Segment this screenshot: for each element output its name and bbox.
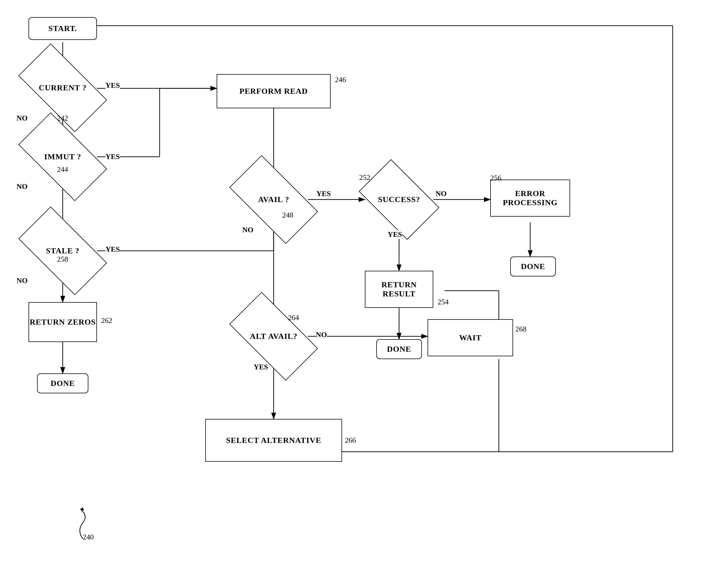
return-zeros-node: RETURN ZEROS bbox=[28, 302, 97, 342]
current-yes-label: YES bbox=[105, 81, 120, 90]
figure-arrow bbox=[66, 507, 100, 542]
avail-yes-label: YES bbox=[316, 189, 331, 198]
wait-label: WAIT bbox=[459, 333, 482, 342]
return-result-label: RETURN RESULT bbox=[365, 280, 433, 298]
success-diamond: SUCCESS? bbox=[365, 177, 433, 222]
done2-label: DONE bbox=[387, 345, 411, 354]
success-label: SUCCESS? bbox=[378, 195, 420, 204]
start-label: START. bbox=[48, 24, 77, 33]
alt-avail-diamond: ALT AVAIL? bbox=[234, 314, 314, 359]
return-zeros-label: RETURN ZEROS bbox=[30, 317, 96, 326]
current-label: CURRENT ? bbox=[39, 83, 87, 93]
stale-no-label: NO bbox=[17, 277, 28, 285]
immut-label: IMMUT ? bbox=[44, 152, 81, 161]
alt-avail-no-label: NO bbox=[316, 331, 327, 339]
done1-label: DONE bbox=[51, 379, 75, 388]
ref-244: 244 bbox=[57, 165, 68, 174]
diagram-container: START. CURRENT ? YES NO 242 IMMUT ? YES … bbox=[0, 0, 728, 578]
alt-avail-yes-label: YES bbox=[254, 363, 268, 371]
ref-268: 268 bbox=[515, 325, 526, 334]
success-yes-label: YES bbox=[388, 230, 402, 239]
success-no-label: NO bbox=[436, 189, 447, 198]
return-result-node: RETURN RESULT bbox=[365, 271, 433, 308]
ref-256: 256 bbox=[490, 174, 501, 182]
select-alternative-label: SELECT ALTERNATIVE bbox=[226, 436, 321, 445]
perform-read-node: PERFORM READ bbox=[217, 74, 331, 108]
ref-248: 248 bbox=[282, 211, 293, 219]
alt-avail-label: ALT AVAIL? bbox=[250, 332, 297, 341]
start-node: START. bbox=[28, 17, 97, 40]
immut-no-label: NO bbox=[17, 182, 28, 191]
error-processing-node: ERROR PROCESSING bbox=[490, 180, 570, 217]
error-processing-label: ERROR PROCESSING bbox=[491, 189, 570, 207]
avail-label: AVAIL ? bbox=[258, 195, 289, 204]
stale-diamond: STALE ? bbox=[23, 228, 103, 273]
done1-node: DONE bbox=[37, 373, 88, 393]
avail-diamond: AVAIL ? bbox=[234, 177, 314, 222]
stale-label: STALE ? bbox=[46, 246, 80, 255]
current-no-label: NO bbox=[17, 114, 28, 123]
avail-no-label: NO bbox=[242, 226, 253, 234]
current-diamond: CURRENT ? bbox=[23, 65, 103, 111]
done3-label: DONE bbox=[521, 262, 545, 271]
ref-246: 246 bbox=[335, 76, 346, 84]
ref-264: 264 bbox=[288, 314, 299, 322]
ref-254: 254 bbox=[438, 298, 449, 306]
stale-yes-label: YES bbox=[105, 245, 120, 254]
immut-yes-label: YES bbox=[105, 153, 120, 161]
ref-258: 258 bbox=[57, 255, 68, 264]
done3-node: DONE bbox=[510, 257, 556, 277]
svg-marker-29 bbox=[80, 507, 84, 511]
select-alternative-node: SELECT ALTERNATIVE bbox=[205, 419, 342, 462]
ref-252: 252 bbox=[359, 173, 370, 182]
ref-266: 266 bbox=[345, 436, 356, 445]
wait-node: WAIT bbox=[427, 319, 513, 356]
done2-node: DONE bbox=[376, 339, 422, 359]
ref-262: 262 bbox=[101, 316, 112, 325]
perform-read-label: PERFORM READ bbox=[239, 87, 308, 96]
